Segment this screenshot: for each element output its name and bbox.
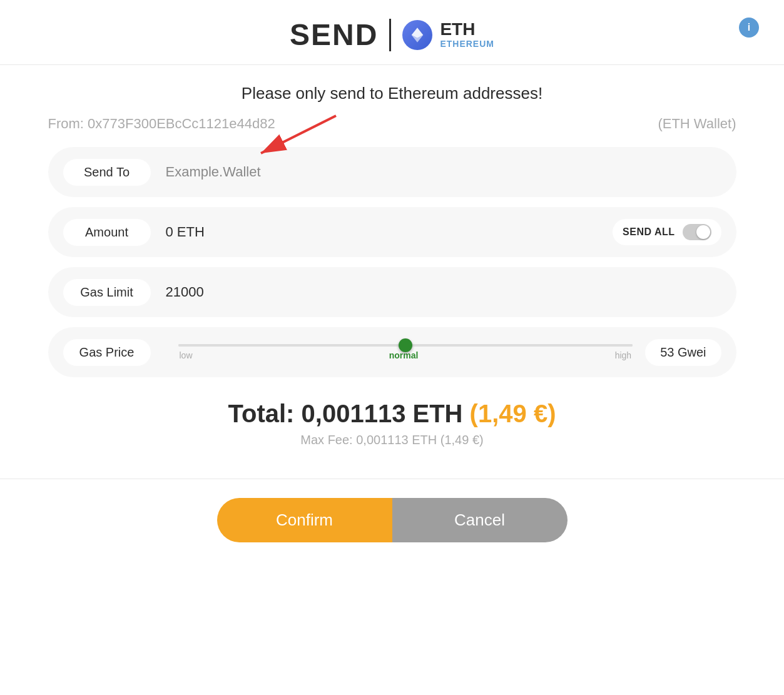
send-to-label: Send To [63,159,151,186]
title-group: SEND ETH ETHEREUM [290,18,494,52]
main-content: Please only send to Ethereum addresses! … [23,65,761,472]
send-title: SEND [290,18,378,52]
high-label: high [615,350,631,360]
confirm-button[interactable]: Confirm [217,498,392,542]
warning-text: Please only send to Ethereum addresses! [48,84,736,103]
info-icon: i [748,22,750,33]
max-fee: Max Fee: 0,001113 ETH (1,49 €) [48,433,736,447]
title-divider [389,19,391,51]
page-header: SEND ETH ETHEREUM i [0,0,784,65]
gas-limit-label: Gas Limit [63,279,151,306]
cancel-button[interactable]: Cancel [392,498,568,542]
total-section: Total: 0,001113 ETH (1,49 €) Max Fee: 0,… [48,387,736,454]
total-main: Total: 0,001113 ETH (1,49 €) [48,400,736,428]
gas-price-label: Gas Price [63,339,151,366]
eth-main-label: ETH [440,20,494,39]
total-fiat-value: (1,49 €) [470,400,556,427]
eth-sub-label: ETHEREUM [440,39,494,49]
gas-price-row: Gas Price low normal high 53 Gwei [48,327,736,377]
slider-thumb[interactable] [399,338,412,352]
send-to-input[interactable]: Example.Wallet [166,164,721,180]
gas-slider-container: low normal high [166,344,646,360]
amount-value[interactable]: 0 ETH [166,224,613,240]
send-all-label: SEND ALL [623,226,675,238]
send-all-container: SEND ALL [613,219,721,245]
eth-label-group: ETH ETHEREUM [440,20,494,49]
amount-row: Amount 0 ETH SEND ALL [48,207,736,257]
bottom-divider [0,479,784,479]
info-button[interactable]: i [739,18,759,38]
amount-label: Amount [63,219,151,246]
from-address: From: 0x773F300EBcCc1121e44d82 [48,116,275,132]
gas-limit-row: Gas Limit 21000 [48,267,736,317]
total-label: Total: [228,400,302,427]
from-row: From: 0x773F300EBcCc1121e44d82 (ETH Wall… [48,116,736,132]
wallet-label: (ETH Wallet) [658,116,736,132]
total-eth-value: 0,001113 ETH [302,400,470,427]
gas-limit-value[interactable]: 21000 [166,284,721,300]
send-to-row: Send To Example.Wallet [48,147,736,197]
eth-logo-icon [402,20,432,50]
send-all-toggle[interactable] [683,224,711,240]
buttons-row: Confirm Cancel [217,498,568,561]
gas-price-value: 53 Gwei [645,339,721,366]
slider-track[interactable] [178,344,633,347]
low-label: low [180,350,193,360]
